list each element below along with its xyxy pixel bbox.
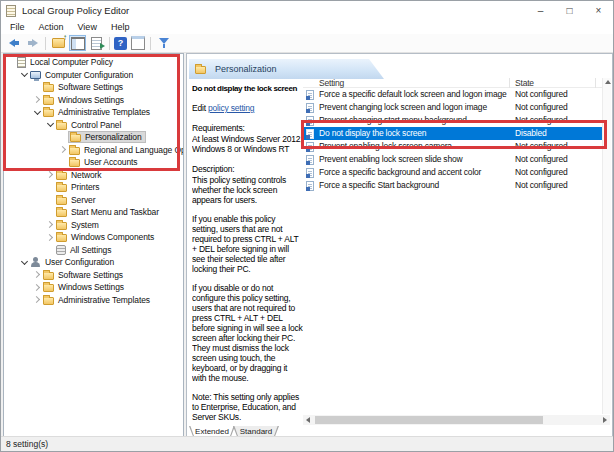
column-divider[interactable] [595, 78, 596, 88]
tree-item[interactable]: Windows Settings [4, 94, 183, 107]
tree-item[interactable]: Local Computer Policy [4, 56, 183, 69]
maximize-button[interactable]: □ [555, 1, 584, 20]
tree-item[interactable]: Network [4, 169, 183, 182]
tree-item[interactable]: Administrative Templates [4, 294, 183, 307]
tree-item[interactable]: Software Settings [4, 269, 183, 282]
policy-row[interactable]: Force a specific Start background Not co… [303, 179, 602, 192]
expander-icon[interactable] [20, 258, 29, 267]
status-bar: 8 setting(s) [1, 436, 613, 451]
policy-setting-link[interactable]: policy setting [208, 103, 254, 113]
tree-item[interactable]: Control Panel [4, 119, 183, 132]
policy-setting-icon [306, 181, 314, 191]
column-header-setting[interactable]: Setting [319, 78, 344, 88]
expander-icon[interactable] [46, 120, 55, 129]
expander-icon[interactable] [33, 283, 42, 292]
menu-item[interactable]: View [71, 22, 104, 32]
all-settings-icon [56, 245, 66, 255]
scroll-right-icon[interactable] [600, 415, 610, 425]
toolbar [1, 34, 613, 53]
status-text: 8 setting(s) [6, 439, 48, 449]
expander-icon[interactable] [46, 233, 55, 242]
expander-icon[interactable] [33, 295, 42, 304]
tree-item[interactable]: Windows Settings [4, 281, 183, 294]
tree-item[interactable]: Server [4, 194, 183, 207]
expander-icon[interactable] [59, 145, 68, 154]
new-window-icon[interactable] [129, 35, 146, 51]
expander-icon[interactable] [20, 70, 29, 79]
policy-row[interactable]: Force a specific default lock screen and… [303, 88, 602, 101]
console-icon [17, 57, 26, 68]
console-tree-panel: Local Computer Policy Computer Configura… [3, 53, 184, 438]
expander-icon[interactable] [46, 220, 55, 229]
export-list-icon[interactable] [88, 35, 105, 51]
policy-row[interactable]: Do not display the lock screen Disabled [303, 127, 602, 140]
scroll-left-icon[interactable] [303, 415, 313, 425]
tree-item[interactable]: Administrative Templates [4, 106, 183, 119]
policy-setting-name: Force a specific default lock screen and… [319, 88, 512, 101]
back-icon[interactable] [5, 35, 22, 51]
filter-icon[interactable] [155, 35, 172, 51]
folder-icon [69, 159, 80, 167]
tree-item[interactable]: Start Menu and Taskbar [4, 206, 183, 219]
menu-item[interactable]: File [3, 22, 32, 32]
folder-icon [56, 172, 67, 180]
policy-row[interactable]: Prevent enabling lock screen slide show … [303, 153, 602, 166]
description-paragraph: If you disable or do not configure this … [192, 283, 303, 383]
policy-setting-name: Force a specific background and accent c… [319, 166, 512, 179]
tree-item[interactable]: Personalization [4, 131, 183, 144]
tree-item[interactable]: All Settings [4, 244, 183, 257]
tree-item-label: Software Settings [58, 270, 123, 280]
policy-row[interactable]: Prevent enabling lock screen camera Not … [303, 140, 602, 153]
tree-item[interactable]: Computer Configuration [4, 69, 183, 82]
folder-icon [43, 97, 54, 105]
column-divider[interactable] [509, 78, 510, 88]
folder-icon [43, 284, 54, 292]
horizontal-scrollbar[interactable] [303, 415, 610, 425]
menu-item[interactable]: Action [32, 22, 71, 32]
tree-item[interactable]: User Configuration [4, 256, 183, 269]
folder-icon [56, 122, 67, 130]
close-button[interactable]: × [584, 1, 613, 20]
help-icon[interactable] [114, 37, 127, 50]
forward-icon[interactable] [24, 35, 41, 51]
policy-setting-icon [306, 142, 314, 152]
tree-item[interactable]: Software Settings [4, 81, 183, 94]
folder-header-label: Personalization [215, 64, 277, 74]
description-paragraph: Note: This setting only applies to Enter… [192, 392, 303, 422]
console-tree-icon[interactable] [69, 35, 86, 51]
scrollbar-thumb[interactable] [315, 416, 543, 424]
expander-icon[interactable] [33, 108, 42, 117]
minimize-button[interactable]: – [526, 1, 555, 20]
tree-item-label: Server [71, 195, 95, 205]
policy-setting-name: Prevent changing lock screen and logon i… [319, 101, 512, 114]
tree-item[interactable]: Windows Components [4, 231, 183, 244]
expander-icon [33, 83, 42, 92]
folder-icon [43, 297, 54, 305]
main-area: Local Computer Policy Computer Configura… [1, 53, 613, 436]
policy-state: Not configured [515, 153, 567, 166]
tree-item[interactable]: Printers [4, 181, 183, 194]
expander-icon[interactable] [33, 95, 42, 104]
policy-setting-icon [306, 168, 314, 178]
window-title: Local Group Policy Editor [22, 5, 129, 16]
menu-item[interactable]: Help [104, 22, 137, 32]
folder-icon [56, 234, 67, 242]
title-bar: Local Group Policy Editor –□× [1, 1, 613, 20]
policy-row[interactable]: Prevent changing start menu background N… [303, 114, 602, 127]
policy-state: Not configured [515, 140, 567, 153]
tree-item[interactable]: Regional and Language Options [4, 144, 183, 157]
expander-icon [7, 58, 16, 67]
policy-row[interactable]: Prevent changing lock screen and logon i… [303, 101, 602, 114]
policy-state: Not configured [515, 88, 567, 101]
tree-item[interactable]: User Accounts [4, 156, 183, 169]
column-header-state[interactable]: State [515, 78, 534, 88]
up-level-icon[interactable] [50, 35, 67, 51]
tree-item-label: Software Settings [58, 82, 123, 92]
tree-item[interactable]: System [4, 219, 183, 232]
policy-row[interactable]: Force a specific background and accent c… [303, 166, 602, 179]
expander-icon [59, 133, 68, 142]
expander-icon[interactable] [46, 170, 55, 179]
vertical-scrollbar[interactable] [602, 78, 611, 414]
tree-item-label: Regional and Language Options [84, 145, 184, 155]
expander-icon[interactable] [33, 270, 42, 279]
